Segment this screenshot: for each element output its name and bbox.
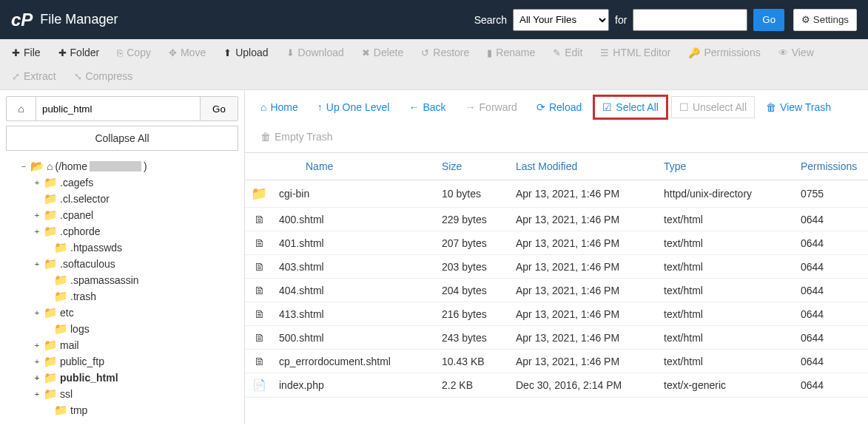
tree-item[interactable]: +📁ssl bbox=[6, 386, 238, 402]
col-modified[interactable]: Last Modified bbox=[510, 153, 658, 180]
file-generic-icon: 📄 bbox=[252, 378, 266, 391]
tree-item[interactable]: 📁.spamassassin bbox=[6, 272, 238, 288]
tree-item[interactable]: +📁.cagefs bbox=[6, 174, 238, 191]
path-row: ⌂ Go bbox=[6, 96, 238, 121]
copy-button[interactable]: ⎘Copy bbox=[108, 41, 160, 64]
reload-button[interactable]: ⟳Reload bbox=[528, 96, 590, 118]
tree-item[interactable]: +📁.cpanel bbox=[6, 207, 238, 223]
unselect-all-button[interactable]: ☐Unselect All bbox=[671, 96, 755, 118]
restore-icon: ↺ bbox=[421, 47, 429, 58]
for-label: for bbox=[615, 14, 627, 26]
search-scope-select[interactable]: All Your Files bbox=[513, 9, 609, 31]
move-button[interactable]: ✥Move bbox=[160, 41, 215, 64]
extract-icon: ⤢ bbox=[12, 71, 20, 82]
col-type[interactable]: Type bbox=[658, 153, 795, 180]
cell-name: 400.shtml bbox=[273, 208, 436, 231]
col-permissions[interactable]: Permissions bbox=[795, 153, 868, 180]
table-row[interactable]: 🗎401.shtml207 bytesApr 13, 2021, 1:46 PM… bbox=[245, 231, 868, 255]
search-input[interactable] bbox=[633, 9, 747, 31]
folder-icon: 📁 bbox=[54, 274, 68, 287]
download-icon: ⬇ bbox=[286, 47, 295, 58]
expand-icon[interactable]: + bbox=[33, 259, 41, 268]
table-row[interactable]: 📁cgi-bin10 bytesApr 13, 2021, 1:46 PMhtt… bbox=[245, 180, 868, 208]
delete-button[interactable]: ✖Delete bbox=[353, 41, 412, 64]
table-row[interactable]: 🗎cp_errordocument.shtml10.43 KBApr 13, 2… bbox=[245, 350, 868, 373]
expand-icon[interactable]: + bbox=[33, 390, 41, 398]
tree-label: tmp bbox=[70, 404, 87, 416]
tree-item[interactable]: +📁public_html bbox=[6, 370, 238, 386]
edit-button[interactable]: ✎Edit bbox=[544, 41, 591, 64]
html-editor-button[interactable]: ☰HTML Editor bbox=[591, 41, 679, 64]
cell-size: 10 bytes bbox=[436, 180, 510, 208]
search-go-button[interactable]: Go bbox=[753, 9, 784, 31]
tree-label: .htpasswds bbox=[70, 242, 122, 254]
copy-icon: ⎘ bbox=[117, 47, 123, 58]
select-all-button[interactable]: ☑Select All bbox=[593, 95, 668, 120]
upload-button[interactable]: ⬆Upload bbox=[215, 41, 277, 64]
extract-button[interactable]: ⤢Extract bbox=[3, 64, 65, 88]
expand-icon[interactable]: + bbox=[33, 227, 41, 236]
expand-icon[interactable]: + bbox=[33, 357, 41, 366]
tree-label: mail bbox=[60, 339, 79, 351]
search-area: Search All Your Files for Go ⚙ Settings bbox=[474, 9, 857, 31]
tree-item[interactable]: 📁.htpasswds bbox=[6, 240, 238, 256]
tree-label: ssl bbox=[60, 388, 73, 400]
cell-type: text/html bbox=[658, 350, 795, 373]
expand-icon[interactable]: + bbox=[33, 178, 41, 187]
settings-button[interactable]: ⚙ Settings bbox=[793, 9, 857, 31]
tree-item[interactable]: 📁tmp bbox=[6, 402, 238, 418]
col-size[interactable]: Size bbox=[436, 153, 510, 180]
view-button[interactable]: 👁View bbox=[770, 41, 823, 64]
cell-name: 401.shtml bbox=[273, 231, 436, 255]
tree-item[interactable]: +📁.softaculous bbox=[6, 256, 238, 272]
table-row[interactable]: 🗎500.shtml243 bytesApr 13, 2021, 1:46 PM… bbox=[245, 326, 868, 350]
tree-item[interactable]: 📁.trash bbox=[6, 288, 238, 305]
view-trash-button[interactable]: 🗑View Trash bbox=[758, 96, 839, 118]
tree-item[interactable]: +📁etc bbox=[6, 305, 238, 321]
expand-icon[interactable]: + bbox=[33, 341, 41, 350]
download-button[interactable]: ⬇Download bbox=[277, 41, 353, 64]
reload-icon: ⟳ bbox=[536, 101, 545, 113]
cell-permissions: 0644 bbox=[795, 231, 868, 255]
tree-root[interactable]: − 📂 ⌂ (/home) bbox=[6, 158, 238, 174]
home-icon[interactable]: ⌂ bbox=[7, 97, 36, 120]
tree-item[interactable]: +📁mail bbox=[6, 337, 238, 353]
back-button[interactable]: ←Back bbox=[400, 96, 454, 118]
collapse-icon[interactable]: − bbox=[19, 162, 28, 171]
table-row[interactable]: 🗎404.shtml204 bytesApr 13, 2021, 1:46 PM… bbox=[245, 279, 868, 302]
compress-button[interactable]: ⤡Compress bbox=[65, 64, 142, 88]
empty-trash-button[interactable]: 🗑Empty Trash bbox=[252, 126, 341, 148]
path-input[interactable] bbox=[36, 97, 201, 120]
expand-icon[interactable]: + bbox=[33, 211, 41, 220]
home-button[interactable]: ⌂Home bbox=[252, 96, 306, 118]
table-row[interactable]: 🗎413.shtml216 bytesApr 13, 2021, 1:46 PM… bbox=[245, 302, 868, 326]
tree-item[interactable]: 📁logs bbox=[6, 321, 238, 337]
file-html-icon: 🗎 bbox=[254, 355, 265, 367]
table-row[interactable]: 🗎400.shtml229 bytesApr 13, 2021, 1:46 PM… bbox=[245, 208, 868, 231]
app-title: File Manager bbox=[40, 12, 118, 27]
rename-button[interactable]: ▮Rename bbox=[478, 41, 544, 64]
expand-icon[interactable]: + bbox=[33, 373, 41, 382]
tree-item[interactable]: 📁.cl.selector bbox=[6, 191, 238, 207]
tree-item[interactable]: +📁.cphorde bbox=[6, 223, 238, 240]
forward-button[interactable]: →Forward bbox=[457, 96, 525, 118]
table-row[interactable]: 🗎403.shtml203 bytesApr 13, 2021, 1:46 PM… bbox=[245, 255, 868, 279]
collapse-all-button[interactable]: Collapse All bbox=[6, 126, 238, 151]
file-button[interactable]: ✚File bbox=[3, 41, 50, 64]
up-one-level-button[interactable]: ↑Up One Level bbox=[309, 96, 398, 118]
folder-button[interactable]: ✚Folder bbox=[50, 41, 109, 64]
move-icon: ✥ bbox=[169, 47, 177, 58]
path-go-button[interactable]: Go bbox=[201, 97, 238, 120]
tree-item[interactable]: +📁public_ftp bbox=[6, 353, 238, 370]
restore-button[interactable]: ↺Restore bbox=[412, 41, 478, 64]
folder-icon: 📁 bbox=[54, 241, 68, 254]
col-name[interactable]: Name bbox=[273, 153, 436, 180]
folder-icon: 📁 bbox=[44, 355, 58, 368]
expand-icon[interactable]: + bbox=[33, 308, 41, 317]
file-html-icon: 🗎 bbox=[254, 308, 265, 320]
permissions-button[interactable]: 🔑Permissions bbox=[679, 41, 769, 64]
cell-type: text/html bbox=[658, 279, 795, 302]
cell-permissions: 0644 bbox=[795, 208, 868, 231]
table-row[interactable]: 📄index.php2.2 KBDec 30, 2016, 2:14 PMtex… bbox=[245, 373, 868, 398]
folder-tree: − 📂 ⌂ (/home) +📁.cagefs📁.cl.selector+📁.c… bbox=[6, 158, 238, 418]
